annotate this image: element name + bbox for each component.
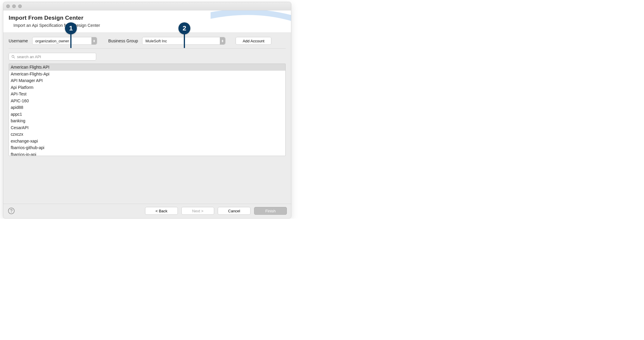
svg-line-1 <box>14 57 15 58</box>
api-listbox[interactable]: American Flights APIAmerican-Flights-Api… <box>9 64 286 156</box>
list-item[interactable]: American Flights API <box>9 64 285 71</box>
business-group-label: Business Group <box>108 38 138 43</box>
help-icon <box>8 207 15 214</box>
list-item[interactable]: apid88 <box>9 104 285 111</box>
search-input-wrapper[interactable] <box>9 53 96 61</box>
search-input[interactable] <box>17 55 94 59</box>
minimize-icon[interactable] <box>12 4 16 8</box>
cancel-button[interactable]: Cancel <box>218 207 251 215</box>
search-row <box>9 49 286 64</box>
dialog-body: Username organization_owner Business Gro… <box>3 33 291 204</box>
titlebar <box>3 2 291 10</box>
list-item[interactable]: czxczx <box>9 131 285 138</box>
list-item[interactable]: American-Flights-Api <box>9 71 285 78</box>
next-button[interactable]: Next > <box>181 207 214 215</box>
list-item[interactable]: banking <box>9 118 285 124</box>
username-label: Username <box>9 38 28 43</box>
callout-stem-2 <box>184 34 185 48</box>
close-icon[interactable] <box>6 4 10 8</box>
dialog-window: 1 2 Import From Design Center Import an … <box>3 2 291 219</box>
list-item[interactable]: appc1 <box>9 111 285 118</box>
spacer <box>9 156 286 201</box>
finish-button[interactable]: Finish <box>254 207 287 215</box>
list-item[interactable]: API-Test <box>9 91 285 98</box>
username-select[interactable]: organization_owner <box>32 37 97 45</box>
list-item[interactable]: CesarAPI <box>9 124 285 131</box>
zoom-icon[interactable] <box>18 4 22 8</box>
svg-point-3 <box>11 212 12 213</box>
list-item[interactable]: API Manager API <box>9 77 285 84</box>
business-group-select-value: MuleSoft Inc <box>145 39 167 43</box>
callout-badge-1: 1 <box>65 22 77 34</box>
add-account-button[interactable]: Add Account <box>236 37 271 45</box>
list-item[interactable]: exchange-xapi <box>9 138 285 145</box>
username-select-value: organization_owner <box>35 39 69 43</box>
callout-badge-2: 2 <box>178 22 190 34</box>
back-button[interactable]: < Back <box>145 207 178 215</box>
callout-stem-1 <box>70 34 71 48</box>
dialog-footer: < Back Next > Cancel Finish <box>3 204 291 218</box>
account-row: Username organization_owner Business Gro… <box>9 37 286 49</box>
list-item[interactable]: APIC-160 <box>9 98 285 104</box>
list-item[interactable]: Api Platform <box>9 84 285 91</box>
help-button[interactable] <box>7 207 15 215</box>
search-icon <box>11 55 15 59</box>
list-item[interactable]: fbarrios-ip-api <box>9 151 285 156</box>
stepper-icon <box>220 37 225 44</box>
header-decoration <box>211 10 291 28</box>
stepper-icon <box>91 37 97 44</box>
dialog-header: Import From Design Center Import an Api … <box>3 10 291 33</box>
list-item[interactable]: fbarrios-github-api <box>9 144 285 151</box>
